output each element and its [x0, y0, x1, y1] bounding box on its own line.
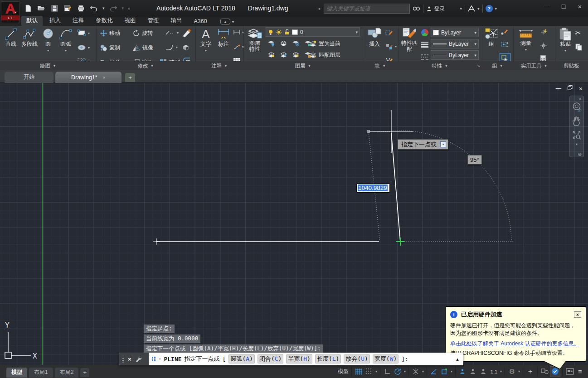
- polar-dropdown-icon[interactable]: ▾: [403, 369, 407, 373]
- linetype-combobox[interactable]: ByLayer ▾: [431, 50, 479, 60]
- workspace-gear-icon[interactable]: ⚙: [507, 366, 517, 377]
- tab-insert[interactable]: 插入: [44, 16, 66, 26]
- ortho-toggle[interactable]: [382, 366, 393, 377]
- move-button[interactable]: 移动: [100, 29, 120, 37]
- application-menu-button[interactable]: LT: [1, 1, 20, 23]
- option-undo[interactable]: 放弃U: [344, 354, 369, 363]
- navbar-more-icon[interactable]: ▾: [576, 142, 578, 146]
- leader-button[interactable]: ▾: [233, 44, 244, 50]
- fillet-dropdown-icon[interactable]: ▾: [176, 45, 178, 49]
- layer-freeze-icon[interactable]: [276, 29, 282, 35]
- make-current-button[interactable]: 置为当前: [309, 40, 340, 48]
- qat-customize-icon[interactable]: ▿: [128, 6, 130, 11]
- id-point-button[interactable]: [539, 42, 548, 49]
- option-length[interactable]: 长度L: [315, 354, 341, 363]
- trim-dropdown-icon[interactable]: ▾: [177, 31, 179, 35]
- properties-panel-title[interactable]: 特性▼ ↘: [398, 61, 482, 70]
- group-edit-button[interactable]: [501, 29, 508, 35]
- ellipse-dropdown-icon[interactable]: ▾: [88, 46, 90, 50]
- option-close[interactable]: 闭合C: [258, 354, 283, 363]
- tab-home[interactable]: 默认: [21, 16, 43, 26]
- open-file-icon[interactable]: [37, 4, 46, 13]
- linetype-dropdown-icon[interactable]: ▾: [474, 53, 476, 58]
- layers-panel-title[interactable]: 图层▼: [243, 61, 363, 70]
- layer-on-icon[interactable]: [268, 29, 273, 35]
- sign-in-button[interactable]: 登录 ▾: [426, 5, 462, 13]
- snap-mode-toggle[interactable]: [364, 366, 374, 377]
- polar-tracking-toggle[interactable]: [393, 366, 403, 377]
- layer-combo-dropdown-icon[interactable]: ▾: [355, 30, 358, 34]
- navbar-close-icon[interactable]: ✕: [577, 96, 583, 102]
- customization-menu-icon[interactable]: ≡: [575, 366, 585, 377]
- utilities-panel-title[interactable]: 实用工具▼: [513, 61, 555, 70]
- scale-dropdown-icon[interactable]: ▾: [499, 369, 503, 373]
- help-button[interactable]: ? ▾: [486, 5, 497, 12]
- model-space-toggle[interactable]: 模型: [337, 366, 350, 377]
- help-dropdown-icon[interactable]: ▾: [495, 6, 497, 11]
- object-snap-toggle[interactable]: [439, 366, 450, 377]
- edit-attribute-button[interactable]: [385, 29, 393, 36]
- ellipse-button[interactable]: ▾: [77, 44, 90, 51]
- workspace-dropdown-icon[interactable]: ▾: [517, 369, 521, 373]
- insert-block-button[interactable]: 插入: [366, 27, 383, 47]
- layer-properties-button[interactable]: 图层特性: [246, 27, 263, 52]
- layer-color-swatch[interactable]: [292, 29, 298, 35]
- dimension-button[interactable]: 标注: [215, 27, 232, 47]
- new-layout-button[interactable]: +: [80, 368, 89, 377]
- close-drawing-tab-icon[interactable]: ×: [103, 75, 106, 80]
- search-input[interactable]: [324, 4, 410, 14]
- pan-icon[interactable]: [572, 116, 582, 126]
- command-bar-grip[interactable]: ×: [119, 353, 149, 365]
- undo-dropdown-icon[interactable]: ▾: [102, 6, 105, 10]
- search-icon[interactable]: [413, 5, 420, 12]
- redo-icon[interactable]: [109, 4, 118, 13]
- isodraft-toggle[interactable]: [429, 366, 439, 377]
- trim-button[interactable]: ▾: [165, 29, 179, 36]
- cut-button[interactable]: ✂: [575, 29, 581, 37]
- layer-lock-icon[interactable]: [284, 29, 290, 35]
- layer-thaw-icon[interactable]: [292, 51, 300, 58]
- mirror-button[interactable]: 镜像: [132, 44, 153, 52]
- tab-view[interactable]: 视图: [120, 16, 141, 26]
- sign-in-dropdown-icon[interactable]: ▾: [460, 6, 462, 11]
- dynamic-distance-input[interactable]: 1040.9829: [356, 184, 390, 193]
- annotate-panel-title[interactable]: 注释▼: [195, 61, 243, 70]
- navbar-collapse-icon[interactable]: ⊖: [578, 152, 583, 157]
- quick-select-button[interactable]: [539, 29, 548, 36]
- arc-dropdown-icon[interactable]: ▾: [65, 48, 67, 53]
- measure-button[interactable]: 测量 ▾: [517, 27, 535, 53]
- otrack-dropdown-icon[interactable]: ▾: [421, 369, 425, 373]
- command-input-field[interactable]: ▾ PLINE 指定下一点或 [ 圆弧A 闭合C 半宽H 长度L 放弃U 宽度W…: [149, 353, 463, 365]
- tab-a360[interactable]: A360: [189, 17, 212, 26]
- rectangle-dropdown-icon[interactable]: ▾: [88, 31, 90, 35]
- minimize-button[interactable]: —: [543, 3, 552, 10]
- maximize-button[interactable]: □: [559, 3, 568, 10]
- file-tab-drawing1[interactable]: Drawing1* ×: [55, 72, 121, 83]
- layout1-tab[interactable]: 布局1: [29, 368, 53, 378]
- layer-combobox[interactable]: 0 ▾: [266, 27, 360, 37]
- line-button[interactable]: 直线: [3, 27, 19, 47]
- certified-hardware-link[interactable]: 单击此处以了解关于 Autodesk 认证硬件的更多信息。: [450, 340, 579, 347]
- measure-dropdown-icon[interactable]: ▾: [525, 47, 527, 53]
- annotation-visibility-toggle[interactable]: [457, 366, 468, 377]
- wrench-icon[interactable]: [135, 356, 142, 363]
- notification-close-button[interactable]: ×: [574, 311, 581, 318]
- recent-commands-dropdown-icon[interactable]: ▾: [159, 357, 161, 361]
- zoom-extents-icon[interactable]: [572, 130, 582, 140]
- model-tab[interactable]: 模型: [6, 368, 27, 378]
- autodesk-app-store-icon[interactable]: ▾: [468, 5, 480, 12]
- tab-annotate[interactable]: 注释: [68, 16, 89, 26]
- color-combobox[interactable]: ByLayer ▾: [431, 28, 479, 37]
- circle-button[interactable]: 圆 ▾: [41, 27, 55, 53]
- grid-toggle[interactable]: [354, 366, 364, 377]
- undo-icon[interactable]: [89, 4, 98, 13]
- modify-panel-title[interactable]: 修改▼: [96, 61, 195, 70]
- redo-dropdown-icon[interactable]: ▾: [122, 6, 124, 10]
- copy-clip-button[interactable]: [575, 43, 583, 51]
- close-button[interactable]: ×: [575, 3, 584, 10]
- text-button[interactable]: A 文字 ▾: [198, 27, 214, 53]
- paste-dropdown-icon[interactable]: ▾: [564, 48, 566, 53]
- properties-launcher-icon[interactable]: ↘: [476, 63, 480, 68]
- explode-button[interactable]: [181, 43, 190, 51]
- command-history-expand-icon[interactable]: ▲: [454, 357, 461, 362]
